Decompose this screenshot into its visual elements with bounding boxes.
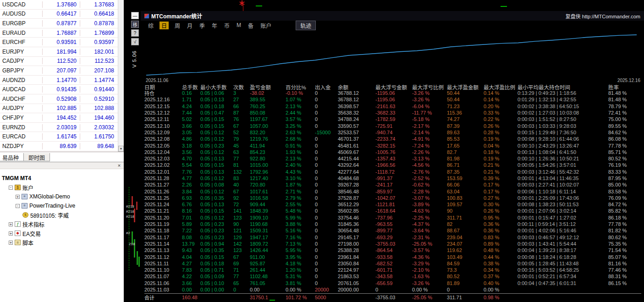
menu-item-M[interactable]: M [236,22,242,28]
market-watch-row[interactable]: AUDUSD0.664170.66418 [0,10,118,19]
market-watch-row[interactable]: EURCHF0.935910.93597 [0,38,118,47]
market-watch-row[interactable]: AUDJPY102.885102.888 [0,104,118,114]
table-row[interactable]: 2025.11.030.000.00 | 0.0000.000.00 %2000… [144,286,641,293]
table-row[interactable]: 2025.12.161.710.05 | 0.1327389.551.07 %0… [144,96,641,103]
market-watch-row[interactable]: EURNZD2.030192.03032 [0,123,118,132]
table-row[interactable]: 2025.11.063.660.05 | 0.1065761.053.81 %0… [144,280,641,286]
table-row[interactable]: 2025.11.284.770.05 | 0.12831217.403.10 %… [144,175,641,181]
side-button-3[interactable]: ? [131,29,139,37]
side-button-1[interactable]: — [131,12,139,19]
table-row[interactable]: 2025.11.263.840.05 | 0.12671017.612.71 %… [144,188,641,194]
table-cell: 0.30 % [484,202,517,207]
side-button-4[interactable]: √ [131,38,139,45]
table-row[interactable]: 2025.12.093.050.05 | 0.1252832.202.63 %-… [144,129,641,136]
table-row[interactable]: 2025.11.256.930.05 | 0.35921016.582.79 %… [144,195,641,201]
market-watch-row[interactable]: GBPJPY207.097207.108 [0,66,118,76]
market-watch-row[interactable]: CHFJPY194.452194.460 [0,113,118,123]
date-start-label: 2025.11.06 [146,78,168,83]
table-cell: 0 [315,176,338,181]
table-cell: 0.28 % [484,130,517,135]
candle [138,257,140,267]
scroll-down-button[interactable]: ▼ [118,146,124,152]
table-row[interactable]: 2025.12.043.560.05 | 0.1263854.231.93 %0… [144,149,641,155]
table-cell: 7.16 % [286,235,315,240]
table-row[interactable]: 2025.12.053.180.05 | 0.2345411.940.91 %0… [144,142,641,148]
table-cell: 115.36 [447,110,484,115]
menu-item-日[interactable]: 日 [160,22,169,29]
expander-icon[interactable]: + [9,222,13,226]
market-watch-row[interactable]: EURJPY181.994182.001 [0,47,118,57]
menu-item-季[interactable]: 季 [198,22,206,29]
nav-tree-item[interactable]: $58910105: 李威 [0,210,124,220]
table-cell: 0:00:01 | 0:52:21 | 6:57:34 [517,274,608,279]
table-row[interactable]: 2025.11.124.040.05 | 0.1567911.003.95 %0… [144,253,641,260]
menu-item-年[interactable]: 年 [211,22,218,29]
table-row[interactable]: 2025.12.084.860.05 | 0.12791219.762.68 %… [144,136,641,142]
menu-item-币[interactable]: 币 [223,22,231,29]
navigator-header[interactable]: × [0,162,124,169]
menu-item-备[interactable]: 备 [247,22,254,29]
table-row[interactable]: 2025.12.025.540.05 | 0.15811015.002.40 %… [144,162,641,168]
table-row[interactable]: 2025.11.218.160.05 | 0.151411848.395.48 … [144,208,641,214]
market-watch-row[interactable]: AUDCHF0.529080.52910 [0,94,118,104]
market-watch-row[interactable]: EURGBP0.878770.87878 [0,19,118,28]
table-cell: 0 [315,221,338,227]
table-row[interactable]: 2025.12.017.760.05 | 0.131321792.964.43 … [144,169,641,175]
expander-icon[interactable]: - [9,186,13,190]
market-watch-row[interactable]: NZDJPY89.63989.648 [0,142,118,151]
table-row[interactable]: 2025.12.127.440.05 | 0.4787850.082.44 %0… [144,110,641,116]
table-row[interactable]: 2025.11.178.080.05 | 0.231291947.177.16 … [144,234,641,241]
market-watch-row[interactable]: EURAUD1.768871.76899 [0,28,118,38]
ask-cell: 2.03032 [80,124,117,131]
nav-tree-item[interactable]: +◆EA交易 [0,229,124,238]
expander-icon[interactable]: + [9,241,13,245]
table-cell: 9.43 [182,247,200,253]
table-cell: 0.20 % [484,104,517,109]
table-row[interactable]: 2025.11.139.430.05 | 0.351231426.445.95 … [144,247,641,253]
table-row[interactable]: 2025.11.1413.790.05 | 0.941421809.727.13… [144,241,641,247]
table-row[interactable]: 2025.11.207.010.05 | 0.121231909.105.99 … [144,214,641,221]
close-icon[interactable]: × [116,162,122,169]
nav-tree-item[interactable]: -≡PowerTrading-Live [0,201,124,210]
table-row[interactable]: 2025.11.107.830.05 | 0.7171261.441.20 %0… [144,267,641,273]
table-row[interactable]: 2025.11.272.260.05 | 0.0840720.801.87 %0… [144,181,641,188]
table-row[interactable]: 2025.11.195.890.05 | 0.23901190.683.88 %… [144,221,641,227]
table-row[interactable]: 2025.12.034.700.05 | 0.1377922.802.13 %0… [144,155,641,162]
nav-tree-item[interactable]: -$账户 [0,183,124,192]
table-row[interactable]: 2025.12.154.240.05 | 0.1866760.252.13 %0… [144,103,641,110]
menu-item-账户[interactable]: 账户 [259,22,272,29]
nav-tree-item[interactable]: TMGM MT4 [0,174,124,183]
side-button-2[interactable]: 移 [131,21,139,28]
tab-tick-chart[interactable]: 即时图 [23,153,50,161]
table-row[interactable]: 2025.11.114.270.05 | 0.1869925.874.18 %0… [144,260,641,267]
market-watch-row[interactable]: USDCAD1.376801.37683 [0,0,118,10]
menu-button-track[interactable]: 轨迹 [296,21,316,30]
coin-icon: $ [22,212,28,218]
brand-link[interactable]: 复盘侠 http://MTCommander.com [566,12,640,20]
nav-tree-item[interactable]: +ƒ技术指标 [0,220,124,229]
table-row[interactable]: 2025.11.074.220.05 | 0.09771102.485.31 %… [144,273,641,280]
menu-item-周[interactable]: 周 [174,22,181,29]
market-watch-row[interactable]: AUDNZD1.147701.14774 [0,76,118,85]
nav-tree-item[interactable]: +≡XMGlobal-Demo [0,192,124,201]
table-cell: -3.64 % [412,228,447,233]
market-watch-row[interactable]: CADJPY112.520112.523 [0,57,118,66]
expander-icon[interactable]: + [16,195,20,199]
table-cell: 2025.11.27 [144,182,182,187]
table-row[interactable]: 2025.11.246.760.05 | 0.1372909.442.55 %0… [144,201,641,208]
titlebar[interactable]: MTCommander统计 复盘侠 http://MTCommander.com [141,11,644,21]
menu-item-月[interactable]: 月 [186,22,193,29]
expander-icon[interactable]: - [16,204,20,208]
tab-symbols[interactable]: 易品种 [0,153,24,161]
table-row[interactable]: 2025.12.103.660.05 | 0.15671057.003.25 %… [144,122,641,129]
market-watch-scrollbar[interactable]: ▼ [118,0,124,152]
expander-icon[interactable]: + [9,231,13,236]
table-row[interactable]: 2025.12.115.020.05 | 0.15761197.673.57 %… [144,116,641,122]
market-watch-row[interactable]: EURCAD1.617451.61750 [0,132,118,142]
nav-tree-item[interactable]: +≡脚本 [0,238,124,247]
total-row: 合计160.4831750.1101.72 %5000-3755.03-25.0… [144,293,641,301]
table-row[interactable]: 持仓0.160.05 | 0.063-38.02-0.10 %036788.12… [144,90,641,96]
table-row[interactable]: 2025.11.187.220.05 | 0.231211509.315.16 … [144,227,641,234]
menu-item-综[interactable]: 综 [147,22,154,29]
market-watch-row[interactable]: AUDCAD0.914350.91440 [0,85,118,94]
